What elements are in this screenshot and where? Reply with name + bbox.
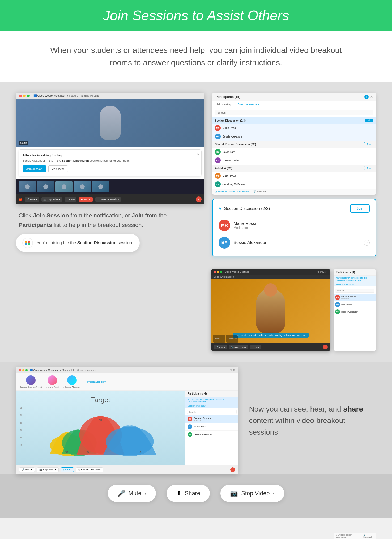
svg-text:20: 20 — [64, 450, 68, 454]
session-title-text: Cisco Webex Meetings — [225, 271, 249, 273]
david-name: David Lam — [222, 151, 235, 153]
bottom-layout: 🟦 Cisco Webex Meetings ● Meeting Info Sh… — [16, 367, 376, 474]
session-share[interactable]: ↑ Share — [250, 345, 261, 349]
sp-connected-info: You're currently connected to the Sectio… — [334, 276, 376, 283]
video-session-window: Cisco Webex Meetings Approve ● Bessie Al… — [211, 269, 330, 351]
chart-svg: 20 40 70 90 — [24, 408, 177, 456]
marc-avatar: MB — [215, 173, 221, 179]
participant-bessie: BA Bessie Alexander — [212, 132, 376, 141]
participant-courtney: CM Courtney McKinney — [212, 180, 376, 189]
courtney-avatar: CM — [215, 181, 221, 187]
session-person-row: Bessie Alexander ▾ — [211, 275, 330, 279]
bessie-avatar-top: ▷ Bessie Alexander — [63, 375, 81, 388]
section-box-header: ∨ Section Discussion (2/2) Join — [219, 204, 370, 213]
chart-title-text: Target — [24, 396, 177, 404]
breakout-sessions-control[interactable]: ⊡ Breakout sessions — [95, 197, 121, 202]
session-video-area: Your audio has switched from main meetin… — [211, 279, 330, 343]
mute-label: Mute — [129, 490, 142, 497]
bww-search[interactable] — [187, 410, 237, 414]
svg-text:40: 40 — [86, 450, 89, 454]
page-title: Join Sessions to Assist Others — [11, 7, 381, 23]
maria-name: Maria Rossi — [222, 127, 236, 130]
mute-control[interactable]: 🎤 Mute ▾ — [25, 197, 39, 202]
sp-search[interactable] — [335, 289, 374, 293]
loretta-avatar: LM — [215, 157, 221, 163]
ask-mari-label: Ask Mari (2/3) — [215, 167, 232, 170]
section-participant-2: BA Bessie Alexander ? — [219, 234, 370, 251]
search-box — [212, 108, 376, 117]
stop-video-control[interactable]: 📷 Stop Video ▾ — [41, 197, 62, 202]
bww-share-btn[interactable]: ↑ Share — [61, 467, 74, 472]
session-stop-video[interactable]: 📷 Stop Video ▾ — [229, 345, 248, 349]
join-askmari-button[interactable]: Join — [364, 166, 373, 170]
loretta-name: Loretta Martin — [222, 159, 239, 162]
tab-main-meeting[interactable]: Main meeting — [212, 101, 235, 108]
description-block: Click Join Session from the notification… — [16, 204, 204, 234]
notification-title: Attendee is asking for help — [23, 153, 198, 157]
notification-body: Bessie Alexander in the in the Section D… — [23, 159, 198, 163]
bottom-webex-window: 🟦 Cisco Webex Meetings ● Meeting Info Sh… — [16, 367, 238, 474]
participant-marc: MB Marc Brown — [212, 172, 376, 180]
section-discussion-box: ∨ Section Discussion (2/2) Join MR Maria… — [212, 199, 376, 256]
share-label: Share — [185, 490, 200, 497]
notification-popup: ✕ Attendee is asking for help Bessie Ale… — [19, 149, 202, 176]
sp-header: Participants (3) — [334, 269, 376, 276]
participants-panel: Participants (15) + ✕ Main meeting Break… — [212, 93, 376, 195]
share-control[interactable]: ↑ Share — [65, 197, 76, 202]
broadcast-link[interactable]: 📡 Broadcast — [253, 190, 268, 193]
bww-stopvideo-btn[interactable]: 📷 Stop video ▾ — [37, 467, 59, 472]
right-column: Participants (15) + ✕ Main meeting Break… — [212, 93, 376, 261]
join-shared-button[interactable]: Join — [364, 142, 373, 146]
search-input[interactable] — [215, 110, 373, 115]
maria-avatar-top: ▷ Maria Rossi — [46, 375, 59, 388]
panel-close-icon[interactable]: ✕ — [370, 95, 373, 99]
bww-p-bessie: BA Bessie Alexander — [185, 431, 238, 438]
bww-breakout-btn[interactable]: ⊡ Breakout sessions — [76, 467, 103, 472]
thumbnails-row — [16, 179, 204, 194]
stop-video-pill[interactable]: 📷 Stop Video ▾ — [220, 485, 284, 502]
bww-avatar-row: Barbara German (Host) ▷ Maria Rossi ▷ Be… — [16, 373, 238, 391]
sp-session-time: Session time: 59:24 — [334, 283, 376, 286]
stop-video-label: Stop Video — [241, 490, 270, 497]
session-controls: 🎤 Mute ▾ 📷 Stop Video ▾ ↑ Share G — [211, 343, 330, 351]
maria-role: Moderator — [233, 226, 256, 230]
close-dot — [19, 95, 22, 97]
maria-sp-avatar: MR — [335, 302, 340, 307]
thumbnail-1 — [19, 181, 36, 192]
maria-large-avatar: MR — [219, 220, 230, 231]
bessie-large-name: Bessie Alexander — [233, 240, 266, 245]
join-section-button[interactable]: Join — [365, 119, 373, 122]
section-join-button[interactable]: Join — [350, 204, 370, 213]
share-pill[interactable]: ⬆ Share — [167, 485, 210, 502]
tab-breakout-sessions[interactable]: Breakout sessions — [235, 101, 263, 108]
svg-text:70: 70 — [98, 418, 102, 422]
ask-mari-row: Ask Mari (2/3) Join — [212, 165, 376, 172]
bww-titlebar: 🟦 Cisco Webex Meetings ● Meeting Info Sh… — [16, 367, 238, 373]
sp-item-barbara: BG Barbara German Mods me — [334, 294, 376, 301]
main-video-area: Martin — [16, 99, 204, 147]
panel-tabs: Main meeting Breakout sessions — [212, 101, 376, 108]
bww-controls: 🎤 Mute ▾ 📷 Stop video ▾ ↑ Share ⊡ Breako… — [16, 465, 238, 474]
mute-chevron: ▾ — [144, 491, 146, 495]
stop-video-chevron: ▾ — [273, 491, 275, 495]
david-avatar: DL — [215, 149, 221, 155]
bottom-description-paragraph: Now you can see, hear, and share content… — [249, 403, 376, 438]
join-session-button[interactable]: Join session — [23, 165, 46, 172]
sp-item-maria: MR Maria Rossi — [334, 301, 376, 308]
session-mute[interactable]: 🎤 Mute ▾ — [214, 345, 227, 349]
person-name-tag: Martin — [19, 141, 28, 145]
mute-pill[interactable]: 🎤 Mute ▾ — [108, 485, 156, 502]
maria-large-name: Maria Rossi — [233, 221, 256, 226]
sp-item-bessie: BA Bessie Alexander — [334, 308, 376, 315]
video-person — [100, 106, 121, 140]
join-later-button[interactable]: Join later — [48, 165, 68, 172]
record-control[interactable]: ⏺ Record — [79, 197, 93, 202]
end-call-icon: ✕ — [198, 198, 200, 201]
chart-area: Target 6a5b4b3b2b1b — [16, 391, 185, 465]
bww-mute-btn[interactable]: 🎤 Mute ▾ — [19, 467, 35, 472]
bottom-description-text: Now you can see, hear, and share content… — [249, 398, 376, 443]
close-button[interactable]: ✕ — [197, 152, 199, 156]
courtney-name: Courtney McKinney — [222, 183, 245, 186]
breakout-assignments-link[interactable]: ⊡ Breakout session assignments — [215, 190, 250, 193]
panel-add-icon[interactable]: + — [364, 95, 369, 99]
